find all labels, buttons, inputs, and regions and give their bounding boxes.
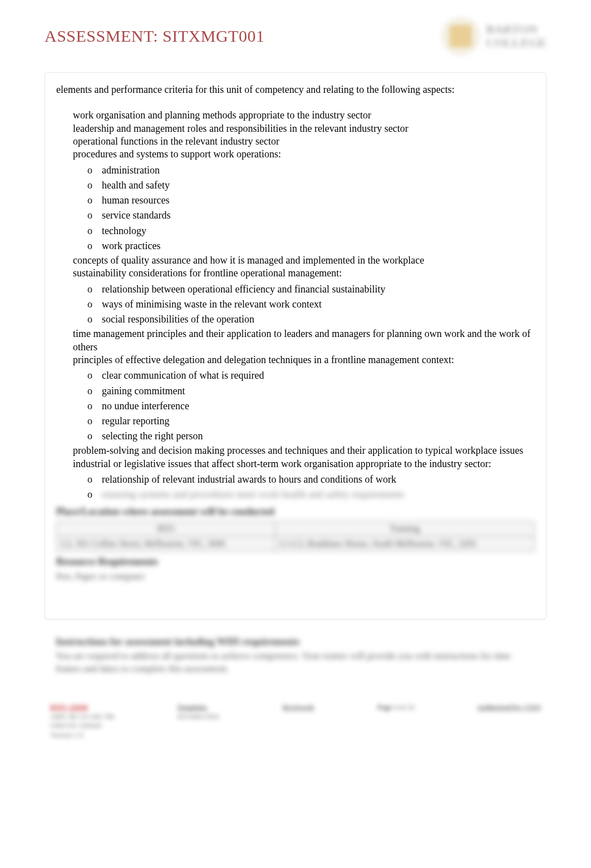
instructions-body: You are required to address all question… — [56, 650, 535, 674]
list-item: principles of effective delegation and d… — [56, 354, 535, 443]
footer-col-rto: RTO: 22030 ABN: 88 123 456 789 CRICOS: 0… — [50, 703, 115, 741]
sub-list: administration health and safety human r… — [73, 161, 535, 253]
competency-list: work organisation and planning methods a… — [56, 109, 535, 502]
sub-item: clear communication of what is required — [73, 369, 535, 383]
table-header: Training — [275, 522, 535, 537]
page-title: ASSESSMENT: SITXMGT001 — [45, 27, 264, 46]
list-item: time management principles and their app… — [56, 328, 535, 354]
table-cell: L1-L3, Bradshaw House, South Melbourne, … — [275, 537, 535, 552]
sub-item: gaining commitment — [73, 384, 535, 398]
sub-item: technology — [73, 224, 535, 238]
sub-item: relationship of relevant industrial awar… — [73, 473, 535, 487]
logo-text: BARTON COLLEGE — [486, 23, 546, 49]
footer-col-template: Template: SITXMGT001 — [177, 703, 220, 722]
logo-icon — [441, 17, 480, 56]
instructions-section-blurred: Instructions for assessment including WH… — [45, 631, 546, 680]
list-item: industrial or legislative issues that af… — [56, 458, 535, 502]
page-header: ASSESSMENT: SITXMGT001 BARTON COLLEGE — [45, 17, 546, 56]
sub-item: relationship between operational efficie… — [73, 282, 535, 296]
table-cell: L5, 501 Collins Street, Melbourne, VIC, … — [57, 537, 275, 552]
location-heading: Place/Location where assessment will be … — [56, 506, 535, 518]
sub-item-blurred: ensuring systems and procedures meet wor… — [73, 488, 535, 502]
sub-item: regular reporting — [73, 414, 535, 428]
list-item: concepts of quality assurance and how it… — [56, 254, 535, 267]
sub-item: administration — [73, 163, 535, 177]
sub-item: selecting the right person — [73, 429, 535, 443]
location-table: RTO Training L5, 501 Collins Street, Mel… — [56, 521, 535, 552]
footer-col-reviewed: Reviewed: — [283, 703, 315, 712]
resource-body: Pen, Paper or computer — [56, 571, 535, 582]
list-item: procedures and systems to support work o… — [56, 148, 535, 253]
sub-item: service standards — [73, 209, 535, 222]
sub-list: relationship between operational efficie… — [73, 280, 535, 327]
sub-item: ways of minimising waste in the relevant… — [73, 297, 535, 311]
table-header: RTO — [57, 522, 275, 537]
intro-text: elements and performance criteria for th… — [56, 83, 535, 97]
location-section-blurred: Place/Location where assessment will be … — [56, 506, 535, 608]
sub-item: human resources — [73, 194, 535, 207]
sub-item: work practices — [73, 239, 535, 253]
sub-item: health and safety — [73, 178, 535, 192]
sub-item: no undue interference — [73, 399, 535, 413]
instructions-heading: Instructions for assessment including WH… — [56, 636, 535, 648]
content-panel: elements and performance criteria for th… — [45, 72, 546, 619]
resource-heading: Resource Requirements — [56, 556, 535, 568]
list-item: problem-solving and decision making proc… — [56, 444, 535, 457]
list-item: work organisation and planning methods a… — [56, 109, 535, 122]
list-item: operational functions in the relevant in… — [56, 135, 535, 148]
brand-logo: BARTON COLLEGE — [441, 17, 546, 56]
footer-col-page: Page 4 of 23 — [377, 703, 415, 712]
footer-col-auth: Authorised by: CEO — [477, 703, 541, 712]
list-item: leadership and management roles and resp… — [56, 122, 535, 135]
sub-item: social responsibilities of the operation — [73, 313, 535, 326]
sub-list: clear communication of what is required … — [73, 366, 535, 443]
sub-list: relationship of relevant industrial awar… — [73, 470, 535, 502]
list-item: sustainability considerations for frontl… — [56, 267, 535, 326]
page-footer: RTO: 22030 ABN: 88 123 456 789 CRICOS: 0… — [45, 703, 546, 741]
